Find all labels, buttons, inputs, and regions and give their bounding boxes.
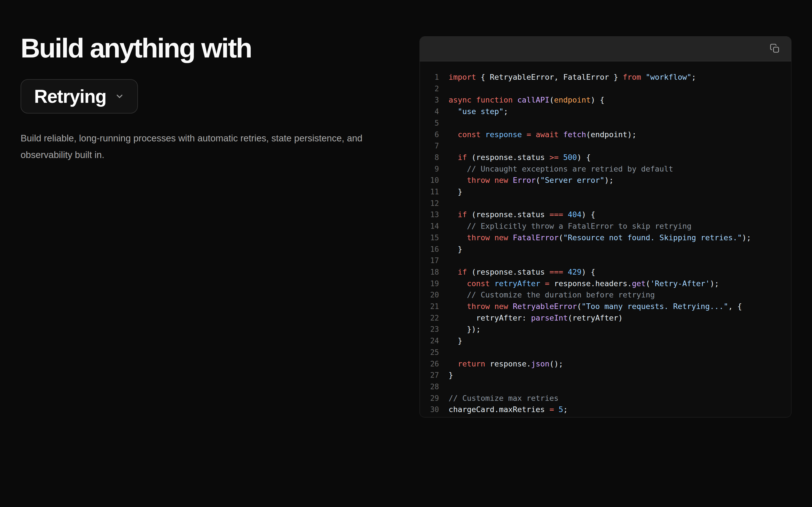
code-line: 27}: [420, 370, 791, 381]
code-line: 20 // Customize the duration before retr…: [420, 289, 791, 301]
code-line: 22 retryAfter: parseInt(retryAfter): [420, 313, 791, 324]
code-line-content: }: [449, 370, 453, 381]
line-number: 3: [420, 94, 439, 106]
line-number: 28: [420, 381, 439, 393]
code-line: 14 // Explicitly throw a FatalError to s…: [420, 221, 791, 232]
code-line-content: async function callAPI(endpoint) {: [449, 94, 605, 106]
code-line-content: }: [449, 335, 462, 347]
code-line-content: return response.json();: [449, 358, 563, 370]
code-line: 24 }: [420, 335, 791, 347]
code-line-content: // Explicitly throw a FatalError to skip…: [449, 221, 692, 232]
code-line-content: throw new RetryableError("Too many reque…: [449, 301, 742, 313]
code-line: 12: [420, 198, 791, 209]
line-number: 4: [420, 106, 439, 117]
line-number: 13: [420, 209, 439, 221]
line-number: 18: [420, 267, 439, 278]
code-panel-header: [420, 37, 791, 61]
page-title: Build anything with: [20, 33, 415, 63]
code-line-content: const response = await fetch(endpoint);: [449, 129, 637, 140]
hero-section: Build anything with Retrying Build relia…: [20, 33, 415, 172]
line-number: 21: [420, 301, 439, 313]
chevron-down-icon: [115, 92, 124, 101]
code-line-content: throw new FatalError("Resource not found…: [449, 232, 751, 244]
line-number: 30: [420, 404, 439, 415]
line-number: 2: [420, 83, 439, 95]
code-line: 26 return response.json();: [420, 358, 791, 370]
code-line: 11 }: [420, 186, 791, 198]
feature-dropdown-button[interactable]: Retrying: [20, 79, 138, 114]
code-line: 1import { RetryableError, FatalError } f…: [420, 71, 791, 83]
line-number: 14: [420, 221, 439, 232]
code-line-content: if (response.status === 404) {: [449, 209, 595, 221]
code-line-content: }: [449, 186, 462, 198]
code-line: 10 throw new Error("Server error");: [420, 175, 791, 186]
code-line: 29// Customize max retries: [420, 393, 791, 404]
line-number: 5: [420, 117, 439, 129]
code-line-content: // Customize max retries: [449, 393, 559, 404]
line-number: 29: [420, 393, 439, 404]
code-line-content: retryAfter: parseInt(retryAfter): [449, 313, 623, 324]
code-editor: 1import { RetryableError, FatalError } f…: [420, 61, 791, 417]
code-line: 21 throw new RetryableError("Too many re…: [420, 301, 791, 313]
line-number: 10: [420, 175, 439, 186]
code-line: 16 }: [420, 244, 791, 255]
line-number: 8: [420, 152, 439, 163]
code-line-content: // Customize the duration before retryin…: [449, 289, 655, 301]
code-line-content: const retryAfter = response.headers.get(…: [449, 278, 719, 290]
code-line: 2: [420, 83, 791, 95]
code-line-content: "use step";: [449, 106, 508, 117]
code-panel: 1import { RetryableError, FatalError } f…: [419, 36, 792, 417]
line-number: 16: [420, 244, 439, 255]
line-number: 23: [420, 324, 439, 335]
code-line: 15 throw new FatalError("Resource not fo…: [420, 232, 791, 244]
code-line: 19 const retryAfter = response.headers.g…: [420, 278, 791, 290]
code-line: 4 "use step";: [420, 106, 791, 117]
code-line: 23 });: [420, 324, 791, 335]
line-number: 25: [420, 347, 439, 358]
line-number: 27: [420, 370, 439, 381]
code-line-content: });: [449, 324, 481, 335]
line-number: 24: [420, 335, 439, 347]
line-number: 12: [420, 198, 439, 209]
code-line: 3async function callAPI(endpoint) {: [420, 94, 791, 106]
code-line: 9 // Uncaught exceptions are retried by …: [420, 163, 791, 175]
copy-icon: [770, 43, 780, 54]
code-line: 6 const response = await fetch(endpoint)…: [420, 129, 791, 140]
line-number: 22: [420, 313, 439, 324]
code-line: 8 if (response.status >= 500) {: [420, 152, 791, 163]
code-line: 25: [420, 347, 791, 358]
code-line: 7: [420, 140, 791, 152]
code-line: 13 if (response.status === 404) {: [420, 209, 791, 221]
copy-button[interactable]: [767, 42, 782, 56]
code-line-content: }: [449, 244, 462, 255]
line-number: 7: [420, 140, 439, 152]
line-number: 17: [420, 255, 439, 267]
page-description: Build reliable, long-running processes w…: [20, 130, 407, 163]
line-number: 9: [420, 163, 439, 175]
line-number: 6: [420, 129, 439, 140]
code-line: 5: [420, 117, 791, 129]
code-line-content: import { RetryableError, FatalError } fr…: [449, 71, 696, 83]
line-number: 26: [420, 358, 439, 370]
feature-dropdown-label: Retrying: [34, 87, 106, 106]
line-number: 1: [420, 71, 439, 83]
line-number: 20: [420, 289, 439, 301]
code-line: 17: [420, 255, 791, 267]
code-line-content: if (response.status >= 500) {: [449, 152, 591, 163]
code-line-content: throw new Error("Server error");: [449, 175, 613, 186]
line-number: 11: [420, 186, 439, 198]
code-line-content: if (response.status === 429) {: [449, 267, 595, 278]
line-number: 15: [420, 232, 439, 244]
code-line: 18 if (response.status === 429) {: [420, 267, 791, 278]
code-line-content: // Uncaught exceptions are retried by de…: [449, 163, 673, 175]
line-number: 19: [420, 278, 439, 290]
code-line: 28: [420, 381, 791, 393]
code-lines: 1import { RetryableError, FatalError } f…: [420, 71, 791, 415]
code-line-content: chargeCard.maxRetries = 5;: [449, 404, 568, 415]
code-line: 30chargeCard.maxRetries = 5;: [420, 404, 791, 415]
